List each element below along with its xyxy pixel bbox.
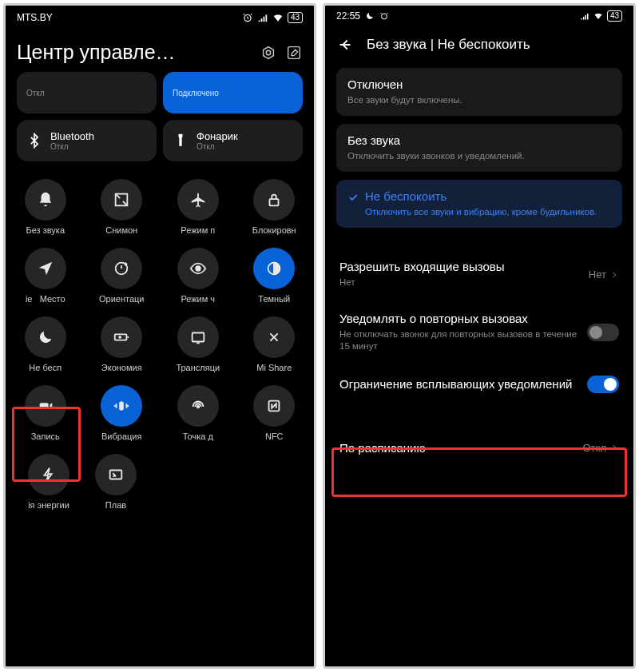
tile-row-1: Откл Подключено	[6, 72, 314, 120]
toggle-lock[interactable]: Блокировн	[242, 176, 306, 243]
setting-popup-limit[interactable]: Ограничение всплывающих уведомлений	[325, 364, 633, 404]
svg-rect-4	[270, 199, 279, 205]
option-title: Не беспокоить	[365, 189, 597, 203]
toggle-mishare[interactable]: Mi Share	[242, 313, 306, 380]
toggle-battery-saver[interactable]: Экономия	[89, 313, 153, 380]
tile-label: Bluetooth	[50, 130, 94, 142]
tile-bluetooth[interactable]: Bluetooth Откл	[17, 120, 157, 161]
option-disabled[interactable]: Отключен Все звуки будут включены.	[336, 68, 622, 116]
option-desc: Отключить звуки звонков и уведомлений.	[347, 149, 611, 162]
battery-badge: 43	[607, 10, 622, 22]
option-silent[interactable]: Без звука Отключить звуки звонков и увед…	[336, 124, 622, 172]
switch-popup[interactable]	[587, 376, 619, 393]
toggle-screenshot[interactable]: Снимон	[89, 176, 153, 243]
tile-label: Фонарик	[196, 130, 238, 142]
svg-rect-9	[192, 333, 204, 342]
lock-icon	[265, 191, 283, 209]
toggle-label: Темный	[246, 294, 302, 304]
toggle-pip[interactable]: Плав	[84, 451, 148, 518]
status-bar: 22:55 43	[325, 6, 633, 26]
toggle-label: Блокировн	[246, 225, 302, 235]
toggle-reading[interactable]: Режим ч	[166, 245, 230, 312]
battery-icon	[113, 328, 130, 346]
toggle-label: Не бесп	[18, 363, 73, 372]
control-center-title: Центр управле…	[17, 41, 252, 64]
tile-data[interactable]: Откл	[17, 72, 157, 113]
nfc-icon	[265, 397, 283, 415]
toggle-location[interactable]: іе Место	[14, 245, 77, 312]
bluetooth-icon	[26, 133, 42, 149]
switch-repeated[interactable]	[587, 324, 619, 341]
option-desc: Отключить все звуки и вибрацию, кроме бу…	[365, 205, 597, 218]
carrier-label: MTS.BY	[17, 12, 53, 23]
wifi-icon	[593, 11, 603, 21]
toggle-nfc[interactable]: NFC	[242, 382, 306, 449]
highlight-dnd-toggle	[12, 407, 81, 482]
flashlight-icon	[173, 133, 189, 149]
phone-dnd-settings: 22:55 43 Без звука | Не беспокоить Отклю…	[323, 3, 636, 669]
option-desc: Все звуки будут включены.	[347, 93, 611, 106]
rotation-icon	[113, 260, 130, 277]
check-icon	[347, 192, 359, 203]
back-icon[interactable]	[336, 36, 354, 54]
hotspot-icon	[189, 397, 207, 415]
setting-desc: Не отключать звонок для повторных вызово…	[339, 328, 579, 353]
control-center-header: Центр управле…	[6, 26, 314, 72]
tile-sub: Подключено	[173, 89, 219, 97]
wifi-icon	[272, 12, 284, 23]
toggle-label: Режим п	[170, 225, 226, 235]
option-dnd[interactable]: Не беспокоить Отключить все звуки и вибр…	[336, 180, 622, 228]
toggle-label: Трансляци	[170, 363, 226, 372]
svg-point-12	[196, 406, 199, 408]
time-label: 22:55	[336, 10, 360, 22]
pip-icon	[107, 466, 125, 483]
toggle-mute[interactable]: Без звука	[14, 176, 77, 243]
tile-sub: Откл	[50, 142, 94, 151]
screenshot-icon	[113, 191, 130, 209]
toggle-row: Не бесп Экономия Трансляци Mi Share	[7, 313, 312, 380]
settings-header: Без звука | Не беспокоить	[325, 26, 633, 68]
tile-flashlight[interactable]: Фонарик Откл	[163, 120, 303, 161]
setting-incoming-calls[interactable]: Разрешить входящие вызовы Нет Нет	[325, 249, 633, 300]
svg-rect-11	[120, 402, 125, 411]
toggle-row: Без звука Снимон Режим п Блокировн	[7, 176, 312, 243]
toggle-vibration[interactable]: Вибрация	[89, 382, 153, 449]
setting-repeated-calls[interactable]: Уведомлять о повторных вызовах Не отключ…	[325, 300, 633, 364]
moon-icon	[37, 328, 54, 346]
signal-icon	[257, 12, 268, 23]
toggle-label: Плав	[88, 500, 144, 510]
svg-point-6	[196, 266, 200, 271]
moon-icon	[365, 11, 375, 21]
toggle-label: Режим ч	[170, 294, 226, 304]
svg-point-15	[382, 14, 387, 19]
toggle-label: Mi Share	[246, 363, 302, 372]
toggle-dnd[interactable]: Не бесп	[14, 313, 77, 380]
bell-icon	[37, 191, 54, 209]
toggle-label: Снимон	[93, 225, 149, 235]
toggle-cast[interactable]: Трансляци	[166, 313, 230, 380]
toggle-label: Точка д	[170, 431, 226, 441]
toggle-label: Без звука	[18, 225, 73, 235]
mishare-icon	[265, 328, 283, 346]
settings-title: Без звука | Не беспокоить	[367, 37, 530, 53]
setting-value: Нет	[589, 268, 619, 280]
darkmode-icon	[265, 260, 283, 277]
phone-control-center: MTS.BY 43 Центр управле… Откл Подключено	[3, 3, 316, 669]
toggle-label: Экономия	[93, 363, 149, 372]
toggle-hotspot[interactable]: Точка д	[166, 382, 230, 449]
tile-sub: Откл	[196, 142, 238, 151]
toggle-label: Ориентаци	[93, 294, 149, 304]
airplane-icon	[189, 191, 207, 209]
toggle-airplane[interactable]: Режим п	[166, 176, 230, 243]
toggle-label: Вибрация	[93, 431, 149, 441]
gear-icon[interactable]	[260, 44, 277, 62]
tile-wifi[interactable]: Подключено	[163, 72, 303, 113]
toggle-darkmode[interactable]: Темный	[242, 245, 306, 312]
svg-rect-14	[110, 471, 122, 479]
toggle-label: NFC	[246, 431, 302, 441]
option-title: Отключен	[347, 78, 611, 91]
battery-badge: 43	[288, 12, 303, 23]
toggle-rotation[interactable]: Ориентаци	[89, 245, 153, 312]
edit-icon[interactable]	[285, 44, 303, 62]
setting-title: Ограничение всплывающих уведомлений	[339, 377, 579, 391]
